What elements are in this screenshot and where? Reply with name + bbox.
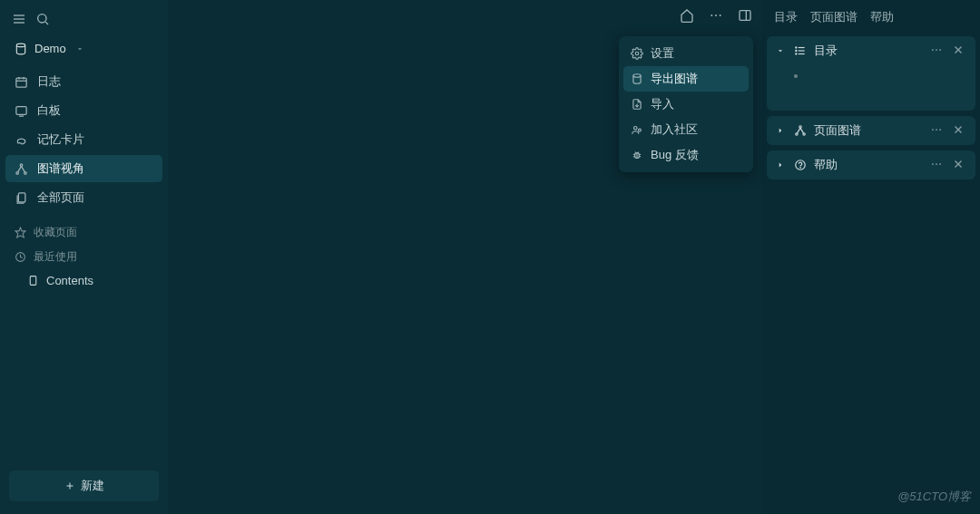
card-title: 页面图谱 <box>814 122 923 139</box>
svg-point-49 <box>939 49 941 51</box>
import-icon <box>631 98 643 111</box>
card-close-icon[interactable] <box>952 123 966 139</box>
sidebar: Demo 日志 白板 记忆卡片 图谱视角 全部页面 收藏页面 <box>0 0 168 514</box>
nav-graph[interactable]: 图谱视角 <box>5 155 162 182</box>
tab-toc[interactable]: 目录 <box>774 9 798 25</box>
nav-cards[interactable]: 记忆卡片 <box>5 126 162 153</box>
nav-whiteboard[interactable]: 白板 <box>5 97 162 124</box>
bug-icon <box>631 149 643 161</box>
right-panel: 目录 页面图谱 帮助 目录 页面图谱 帮助 <box>762 0 980 514</box>
main-toolbar <box>168 0 762 31</box>
small-list: 收藏页面 最近使用 Contents <box>5 220 162 292</box>
svg-line-40 <box>638 152 639 153</box>
more-icon[interactable] <box>708 7 724 24</box>
contents-item[interactable]: Contents <box>5 269 162 292</box>
svg-point-28 <box>635 52 639 55</box>
menu-label: Bug 反馈 <box>651 147 699 163</box>
more-menu: 设置 导出图谱 导入 加入社区 Bug 反馈 <box>619 36 753 172</box>
community-icon <box>631 123 643 136</box>
svg-point-29 <box>633 74 641 78</box>
card-help: 帮助 <box>767 150 975 179</box>
card-more-icon[interactable] <box>930 158 945 173</box>
card-close-icon[interactable] <box>952 158 966 173</box>
svg-point-23 <box>710 15 712 16</box>
chevron-right-icon <box>776 126 787 135</box>
recent[interactable]: 最近使用 <box>5 245 162 269</box>
svg-point-45 <box>796 50 797 51</box>
clock-icon <box>15 251 26 263</box>
svg-point-63 <box>800 168 801 169</box>
database-icon <box>15 43 27 55</box>
menu-label: 导出图谱 <box>651 71 698 87</box>
svg-line-56 <box>800 128 804 133</box>
svg-point-48 <box>936 49 937 51</box>
menu-settings[interactable]: 设置 <box>623 41 749 66</box>
nav-label: 图谱视角 <box>37 160 84 177</box>
main-area: 设置 导出图谱 导入 加入社区 Bug 反馈 <box>168 0 762 514</box>
sidebar-toggle-icon[interactable] <box>737 7 753 24</box>
svg-point-52 <box>799 126 801 128</box>
sidebar-top <box>5 7 162 36</box>
chevron-down-icon <box>776 46 787 55</box>
svg-point-5 <box>16 44 24 47</box>
card-close-icon[interactable] <box>952 44 966 59</box>
svg-point-64 <box>932 163 934 165</box>
nav-label: 日志 <box>37 73 61 90</box>
svg-line-55 <box>798 128 801 133</box>
svg-point-54 <box>803 133 805 135</box>
svg-point-53 <box>796 133 798 135</box>
svg-line-4 <box>45 22 48 24</box>
card-header[interactable]: 页面图谱 <box>767 116 975 145</box>
svg-point-46 <box>796 53 797 54</box>
nav-allpages[interactable]: 全部页面 <box>5 184 162 211</box>
chevron-right-icon <box>776 160 787 170</box>
export-icon <box>631 73 643 85</box>
menu-label: 设置 <box>651 45 674 62</box>
nav-journal[interactable]: 日志 <box>5 68 162 95</box>
graph-icon <box>794 124 807 137</box>
svg-point-14 <box>24 171 27 174</box>
tab-pagegraph[interactable]: 页面图谱 <box>810 9 858 25</box>
menu-export-graph[interactable]: 导出图谱 <box>623 66 749 92</box>
card-title: 目录 <box>814 43 923 59</box>
menu-bug[interactable]: Bug 反馈 <box>623 142 749 168</box>
calendar-icon <box>15 75 28 89</box>
menu-icon[interactable] <box>11 11 27 27</box>
card-header[interactable]: 帮助 <box>767 150 975 179</box>
search-icon[interactable] <box>34 11 51 27</box>
svg-point-58 <box>936 129 937 131</box>
svg-point-32 <box>638 129 641 131</box>
card-more-icon[interactable] <box>930 44 945 59</box>
card-toc: 目录 <box>767 36 975 111</box>
home-icon[interactable] <box>679 7 695 24</box>
graph-icon <box>15 162 28 176</box>
cards-icon <box>15 133 28 147</box>
plus-icon <box>64 480 75 491</box>
menu-community[interactable]: 加入社区 <box>623 117 749 142</box>
svg-point-25 <box>720 15 721 16</box>
card-pagegraph: 页面图谱 <box>767 116 975 145</box>
card-header[interactable]: 目录 <box>767 36 975 65</box>
nav-label: 白板 <box>37 102 61 119</box>
svg-rect-26 <box>740 11 750 21</box>
chevron-down-icon <box>75 44 84 53</box>
svg-point-12 <box>20 163 23 166</box>
contents-label: Contents <box>46 274 93 287</box>
bullet-icon <box>794 74 798 78</box>
svg-point-44 <box>796 47 797 48</box>
favorites[interactable]: 收藏页面 <box>5 220 162 245</box>
card-more-icon[interactable] <box>930 123 945 139</box>
nav-list: 日志 白板 记忆卡片 图谱视角 全部页面 <box>5 68 162 211</box>
menu-import[interactable]: 导入 <box>623 92 749 117</box>
svg-rect-10 <box>16 106 26 114</box>
svg-point-3 <box>38 15 46 23</box>
svg-point-65 <box>936 163 937 165</box>
tab-help[interactable]: 帮助 <box>870 9 894 25</box>
small-label: 收藏页面 <box>34 225 77 240</box>
svg-point-47 <box>932 49 934 51</box>
nav-label: 全部页面 <box>37 189 84 206</box>
project-selector[interactable]: Demo <box>5 36 162 61</box>
new-button[interactable]: 新建 <box>9 470 159 501</box>
watermark: @51CTO博客 <box>897 489 971 505</box>
svg-point-24 <box>715 15 717 16</box>
